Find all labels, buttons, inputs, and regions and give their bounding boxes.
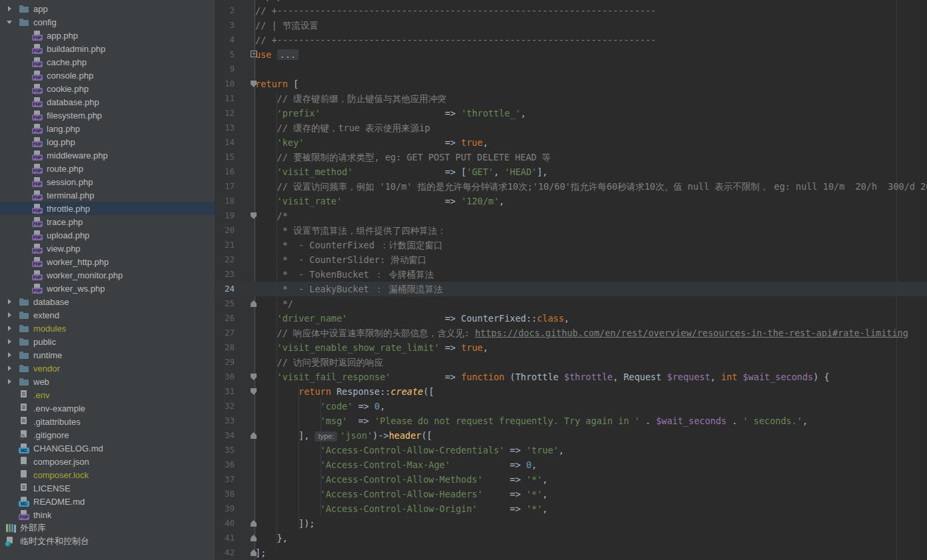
chevron-right-icon[interactable] (8, 366, 11, 371)
code-line-33[interactable]: 33 'msg' => 'Please do not request frequ… (215, 414, 927, 428)
tree-item-modules[interactable]: modules (0, 322, 215, 335)
code-line-35[interactable]: 35 'Access-Control-Allow-Credentials' =>… (215, 443, 927, 457)
tree-item-.env[interactable]: .env (0, 388, 215, 402)
code-line-11[interactable]: 11 // 缓存键前缀，防止键值与其他应用冲突 (215, 91, 927, 106)
code-line-30[interactable]: 30 'visit_fail_response' => function (Th… (215, 370, 927, 384)
tree-item-worker_http.php[interactable]: PHPworker_http.php (0, 255, 215, 268)
code-line-32[interactable]: 32 'code' => 0, (215, 399, 927, 414)
code-line-24[interactable]: 24 * - LeakyBucket ： 漏桶限流算法 (215, 282, 927, 296)
tree-item-think[interactable]: PHPthink (0, 508, 215, 521)
tree-item-filesystem.php[interactable]: PHPfilesystem.php (0, 109, 215, 122)
tree-item-runtime[interactable]: runtime (0, 348, 215, 362)
tree-item-.env-example[interactable]: .env-example (0, 402, 215, 415)
php-badge: PHP (32, 128, 43, 134)
code-line-17[interactable]: 17 // 设置访问频率，例如 '10/m' 指的是允许每分钟请求10次;'10… (215, 179, 927, 194)
code-line-14[interactable]: 14 'key' => true, (215, 135, 927, 150)
code-line-37[interactable]: 37 'Access-Control-Allow-Methods' => '*'… (215, 472, 927, 487)
code-line-19[interactable]: 19 /* (215, 208, 927, 223)
code-line-4[interactable]: 4// +-----------------------------------… (215, 33, 927, 47)
editor-panel[interactable]: 1<?php2// +-----------------------------… (215, 0, 927, 560)
code-line-12[interactable]: 12 'prefix' => 'throttle_', (215, 106, 927, 121)
code-line-26[interactable]: 26 'driver_name' => CounterFixed::class, (215, 311, 927, 326)
tree-item-cache.php[interactable]: PHPcache.php (0, 55, 215, 69)
code-line-2[interactable]: 2// +-----------------------------------… (215, 3, 927, 18)
code-line-13[interactable]: 13 // 缓存的键，true 表示使用来源ip (215, 121, 927, 135)
chevron-right-icon[interactable] (8, 339, 11, 344)
code-line-25[interactable]: 25 */ (215, 296, 927, 311)
code-line-36[interactable]: 36 'Access-Control-Max-Age' => 0, (215, 457, 927, 472)
tree-item-worker_ws.php[interactable]: PHPworker_ws.php (0, 282, 215, 295)
code-line-22[interactable]: 22 * - CounterSlider: 滑动窗口 (215, 252, 927, 267)
tree-item-terminal.php[interactable]: PHPterminal.php (0, 188, 215, 202)
line-number: 23 (215, 267, 235, 282)
tree-item-session.php[interactable]: PHPsession.php (0, 175, 215, 188)
chevron-right-icon[interactable] (8, 326, 11, 331)
tree-item-middleware.php[interactable]: PHPmiddleware.php (0, 148, 215, 162)
chevron-right-icon[interactable] (8, 6, 11, 11)
code-line-20[interactable]: 20 * 设置节流算法，组件提供了四种算法： (215, 223, 927, 238)
tree-item-composer.json[interactable]: composer.json (0, 455, 215, 468)
tree-item-app[interactable]: app (0, 2, 215, 15)
code-line-3[interactable]: 3// | 节流设置 (215, 18, 927, 33)
code-line-21[interactable]: 21 * - CounterFixed ：计数固定窗口 (215, 238, 927, 252)
tree-item-config[interactable]: config (0, 15, 215, 29)
tree-item-临时文件和控制台[interactable]: 临时文件和控制台 (0, 535, 215, 548)
tree-item-LICENSE[interactable]: LICENSE (0, 481, 215, 495)
chevron-right-icon[interactable] (8, 352, 11, 358)
tree-item-CHANGELOG.md[interactable]: MDCHANGELOG.md (0, 441, 215, 455)
tree-item-vendor[interactable]: vendor (0, 362, 215, 375)
code-line-29[interactable]: 29 // 访问受限时返回的响应 (215, 355, 927, 370)
code-text: }, (255, 531, 927, 545)
folded-region[interactable]: ... (277, 49, 299, 60)
tree-item-label: console.php (47, 71, 93, 81)
chevron-down-icon[interactable] (7, 21, 12, 24)
chevron-right-icon[interactable] (8, 312, 11, 318)
chevron-right-icon[interactable] (8, 379, 11, 384)
tree-item-README.md[interactable]: MDREADME.md (0, 495, 215, 508)
line-number: 39 (215, 501, 235, 516)
tree-item-console.php[interactable]: PHPconsole.php (0, 69, 215, 82)
chevron-right-icon[interactable] (8, 299, 11, 304)
code-line-23[interactable]: 23 * - TokenBucket ： 令牌桶算法 (215, 267, 927, 282)
code-line-16[interactable]: 16 'visit_method' => ['GET', 'HEAD'], (215, 164, 927, 179)
tree-item-trace.php[interactable]: PHPtrace.php (0, 215, 215, 228)
tree-item-外部库[interactable]: 外部库 (0, 521, 215, 535)
code-segment: ]); (255, 518, 315, 529)
code-segment: '120/m' (461, 196, 499, 206)
code-line-18[interactable]: 18 'visit_rate' => '120/m', (215, 194, 927, 208)
code-line-27[interactable]: 27 // 响应体中设置速率限制的头部信息，含义见: https://docs.… (215, 326, 927, 340)
code-line-39[interactable]: 39 'Access-Control-Allow-Origin' => '*', (215, 501, 927, 516)
code-line-42[interactable]: 42]; (215, 545, 927, 560)
tree-item-cookie.php[interactable]: PHPcookie.php (0, 82, 215, 95)
tree-item-upload.php[interactable]: PHPupload.php (0, 228, 215, 242)
tree-item-buildadmin.php[interactable]: PHPbuildadmin.php (0, 42, 215, 55)
code-line-10[interactable]: 10return [ (215, 77, 927, 91)
tree-item-log.php[interactable]: PHPlog.php (0, 135, 215, 148)
tree-item-lang.php[interactable]: PHPlang.php (0, 122, 215, 135)
code-line-15[interactable]: 15 // 要被限制的请求类型, eg: GET POST PUT DELETE… (215, 150, 927, 164)
code-line-28[interactable]: 28 'visit_enable_show_rate_limit' => tru… (215, 340, 927, 355)
code-line-40[interactable]: 40 ]); (215, 516, 927, 531)
tree-item-.gitignore[interactable]: .gitignore (0, 428, 215, 441)
code-line-34[interactable]: 34 ], type:'json')->header([ (215, 428, 927, 443)
code-line-41[interactable]: 41 }, (215, 531, 927, 545)
code-line-38[interactable]: 38 'Access-Control-Allow-Headers' => '*'… (215, 487, 927, 501)
tree-item-view.php[interactable]: PHPview.php (0, 242, 215, 255)
tree-item-throttle.php[interactable]: PHPthrottle.php (0, 202, 215, 215)
tree-item-composer.lock[interactable]: composer.lock (0, 468, 215, 481)
tree-item-.gitattributes[interactable]: .gitattributes (0, 415, 215, 428)
code-line-5[interactable]: 5+use ... (215, 47, 927, 62)
tree-item-route.php[interactable]: PHProute.php (0, 162, 215, 175)
php-badge: PHP (32, 75, 43, 81)
tree-item-label: buildadmin.php (47, 44, 105, 54)
tree-item-app.php[interactable]: PHPapp.php (0, 29, 215, 42)
tree-item-public[interactable]: public (0, 335, 215, 348)
tree-item-worker_monitor.php[interactable]: PHPworker_monitor.php (0, 268, 215, 282)
php-badge: PHP (32, 288, 43, 294)
tree-item-extend[interactable]: extend (0, 308, 215, 322)
tree-item-database.php[interactable]: PHPdatabase.php (0, 95, 215, 109)
tree-item-database[interactable]: database (0, 295, 215, 308)
code-line-9[interactable]: 9 (215, 62, 927, 77)
code-line-31[interactable]: 31 return Response::create([ (215, 384, 927, 399)
tree-item-web[interactable]: web (0, 375, 215, 388)
